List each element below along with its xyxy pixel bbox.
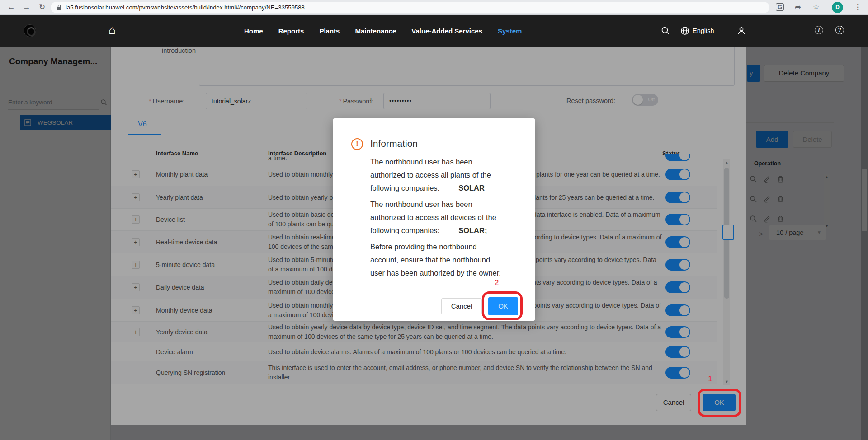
search-icon[interactable] <box>661 26 670 35</box>
nav-item-value-added-services[interactable]: Value-Added Services <box>411 27 482 35</box>
modal-cancel-button[interactable]: Cancel <box>441 298 482 314</box>
main-nav: HomeReportsPlantsMaintenanceValue-Added … <box>244 15 522 47</box>
nav-item-system[interactable]: System <box>498 27 522 35</box>
browser-chrome: ← → ↻ la5.fusionsolar.huawei.com/pvmsweb… <box>0 0 868 15</box>
browser-forward-icon[interactable]: → <box>21 1 33 13</box>
url-text: la5.fusionsolar.huawei.com/pvmswebsite/a… <box>66 4 305 11</box>
annotation-number-step1: 1 <box>708 374 712 384</box>
annotation-number-step2: 2 <box>495 278 499 287</box>
modal-paragraph: The northbound user has been authorized … <box>370 155 506 195</box>
info-icon[interactable]: i <box>815 26 823 34</box>
browser-back-icon[interactable]: ← <box>5 1 17 13</box>
fusionsolar-logo[interactable] <box>24 24 36 37</box>
info-warning-icon: ! <box>351 138 363 150</box>
app-header: ⌂ HomeReportsPlantsMaintenanceValue-Adde… <box>0 15 868 47</box>
modal-title: Information <box>370 138 418 149</box>
lock-icon <box>57 5 61 10</box>
share-icon[interactable]: ➦ <box>792 1 804 13</box>
browser-profile-avatar[interactable]: D <box>832 2 843 13</box>
translate-icon[interactable]: G <box>774 1 786 13</box>
nav-item-plants[interactable]: Plants <box>319 27 340 35</box>
browser-menu-icon[interactable]: ⋮ <box>852 1 863 13</box>
bookmark-star-icon[interactable]: ☆ <box>810 1 822 13</box>
address-bar[interactable]: la5.fusionsolar.huawei.com/pvmswebsite/a… <box>51 2 769 13</box>
modal-paragraph: The northbound user has been authorized … <box>370 198 506 237</box>
language-selector[interactable]: English <box>693 27 714 34</box>
nav-item-reports[interactable]: Reports <box>278 27 304 35</box>
nav-item-home[interactable]: Home <box>244 27 263 35</box>
browser-reload-icon[interactable]: ↻ <box>36 1 48 13</box>
globe-icon[interactable] <box>680 26 689 35</box>
annotation-box-step2 <box>482 291 523 320</box>
annotation-box-step1 <box>698 389 741 417</box>
header-divider <box>44 26 44 36</box>
nav-item-maintenance[interactable]: Maintenance <box>355 27 396 35</box>
modal-paragraph: Before providing the northbound account,… <box>370 240 506 280</box>
information-modal: ! Information The northbound user has be… <box>333 118 535 321</box>
modal-body: The northbound user has been authorized … <box>370 155 506 283</box>
home-icon[interactable]: ⌂ <box>108 23 116 37</box>
content-area: Company Managem... WEGSOLAR y Delete Com… <box>0 47 868 440</box>
help-icon[interactable]: ? <box>835 26 844 34</box>
user-icon[interactable] <box>737 26 746 35</box>
